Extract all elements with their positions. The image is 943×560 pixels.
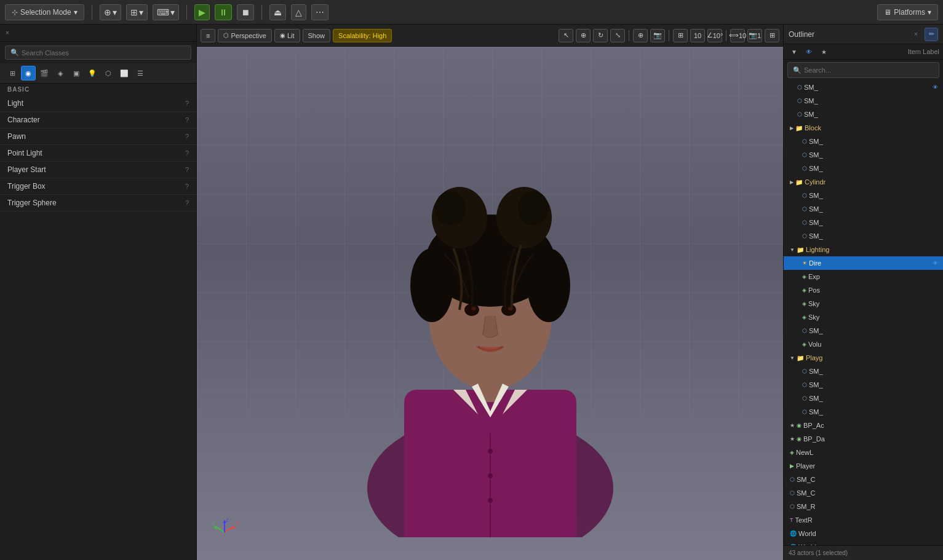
outliner-item-playg[interactable]: ▼ 📁 Playg (784, 351, 943, 365)
outliner-item-volu[interactable]: ◈ Volu (784, 337, 943, 351)
scalability-badge[interactable]: Scalability: High (333, 29, 392, 42)
lights-btn[interactable]: 💡 (85, 66, 100, 81)
list-item-light[interactable]: Light ? (0, 95, 196, 112)
platforms-button[interactable]: 🖥 Platforms ▾ (877, 4, 938, 20)
show-button[interactable]: Show (303, 29, 331, 42)
eject-icon: ⏏ (274, 7, 282, 17)
outliner-item-sm-r[interactable]: ⬡ SM_R (784, 500, 943, 513)
all-classes-btn[interactable]: ⊞ (5, 66, 20, 81)
outliner-search-input[interactable] (804, 66, 934, 74)
actor-icon: ◈ (802, 314, 806, 320)
selection-mode-button[interactable]: ⊹ Selection Mode ▾ (5, 4, 84, 20)
outliner-item-playg-sm2[interactable]: ⬡ SM_ (784, 378, 943, 392)
player-icon: ▶ (790, 463, 794, 469)
list-item-pawn[interactable]: Pawn ? (0, 128, 196, 145)
outliner-edit-button[interactable]: ✏ (925, 28, 938, 41)
outliner-item-world2[interactable]: 🌐 World (784, 540, 943, 545)
world-grid-btn[interactable]: ⊕ (633, 29, 648, 42)
outliner-close-button[interactable]: × (911, 30, 921, 39)
layout-btn[interactable]: ⊞ (765, 29, 779, 42)
angle-btn[interactable]: ∠ 10° (707, 29, 722, 42)
select-mode-btn[interactable]: ↖ (559, 29, 573, 42)
outliner-item-sm-light[interactable]: ⬡ SM_ (784, 324, 943, 337)
outliner-item-playg-sm3[interactable]: ⬡ SM_ (784, 392, 943, 405)
outliner-item-dire[interactable]: ☀ Dire 👁 (784, 256, 943, 270)
eject-button[interactable]: ⏏ (269, 4, 286, 20)
outliner-item-world1[interactable]: 🌐 World (784, 527, 943, 540)
outliner-item-newl[interactable]: ◈ NewL (784, 446, 943, 459)
outliner-item-sm-c1[interactable]: ⬡ SM_C (784, 473, 943, 486)
outliner-item-sm3[interactable]: ⬡ SM_ (784, 108, 943, 121)
outliner-item-exp[interactable]: ◈ Exp (784, 270, 943, 283)
snap-icon: ⊞ (130, 7, 138, 17)
brush-button[interactable]: ⌨ ▾ (153, 4, 179, 20)
outliner-item-sky2[interactable]: ◈ Sky (784, 310, 943, 324)
outliner-item-cylindr[interactable]: ▶ 📁 Cylindr (784, 175, 943, 189)
outliner-item-sm2[interactable]: ⬡ SM_ (784, 94, 943, 108)
outliner-item-textr[interactable]: T TextR (784, 513, 943, 527)
outliner-item-sky1[interactable]: ◈ Sky (784, 297, 943, 310)
mesh-icon: ⬡ (802, 219, 807, 226)
scale-snap-btn[interactable]: ⟺ 10 (730, 29, 745, 42)
outliner-item-playg-sm4[interactable]: ⬡ SM_ (784, 405, 943, 419)
perspective-button[interactable]: ⬡ Perspective (218, 29, 271, 42)
scale-btn[interactable]: ⤡ (610, 29, 625, 42)
list-item-character[interactable]: Character ? (0, 112, 196, 128)
outliner-item-block-sm1[interactable]: ⬡ SM_ (784, 135, 943, 148)
play-button[interactable]: ▶ (194, 4, 210, 20)
actor-classes-btn[interactable]: ◉ (21, 66, 36, 81)
outliner-filter-btn[interactable]: ▼ (787, 45, 801, 58)
viewport-menu-button[interactable]: ≡ (201, 29, 215, 42)
outliner-item-lighting[interactable]: ▼ 📁 Lighting (784, 243, 943, 256)
ellipsis-button[interactable]: ⋯ (311, 4, 328, 20)
cinematic-btn[interactable]: 🎬 (37, 66, 52, 81)
grid-size-btn[interactable]: 10 (690, 29, 705, 42)
search-bar: 🔍 (5, 45, 191, 60)
outliner-eye-btn[interactable]: 👁 (802, 45, 816, 58)
outliner-item-player[interactable]: ▶ Player (784, 459, 943, 473)
shapes-btn[interactable]: ⬡ (101, 66, 116, 81)
list-icon: ☰ (137, 69, 143, 77)
outliner-item-cyl-sm2[interactable]: ⬡ SM_ (784, 202, 943, 216)
list-item-trigger-box[interactable]: Trigger Box ? (0, 178, 196, 195)
camera-speed-btn[interactable]: 📷 1 (747, 29, 762, 42)
visual-btn[interactable]: ◈ (53, 66, 68, 81)
outliner-item-cyl-sm1[interactable]: ⬡ SM_ (784, 189, 943, 202)
list-item-point-light[interactable]: Point Light ? (0, 145, 196, 162)
grid-toggle-btn[interactable]: ⊞ (673, 29, 688, 42)
outliner-close-icon: × (914, 31, 918, 37)
icon-row: ⊞ ◉ 🎬 ◈ ▣ 💡 ⬡ ⬜ ☰ (0, 63, 196, 84)
outliner-item-block-sm3[interactable]: ⬡ SM_ (784, 162, 943, 175)
transform-btn[interactable]: ⊕ (576, 29, 591, 42)
add-actor-button[interactable]: ⊕ ▾ (100, 4, 121, 20)
selection-mode-arrow-icon: ▾ (74, 8, 78, 17)
stop-button[interactable]: ⏹ (237, 4, 254, 20)
outliner-item-cyl-sm3[interactable]: ⬡ SM_ (784, 216, 943, 229)
outliner-item-bp-da[interactable]: ★ ◉ BP_Da (784, 432, 943, 446)
pause-button[interactable]: ⏸ (215, 4, 232, 20)
camera-btn[interactable]: 📷 (650, 29, 665, 42)
svg-point-9 (410, 248, 453, 322)
outliner-item-sm1[interactable]: ⬡ SM_ 👁 (784, 81, 943, 94)
outliner-item-block[interactable]: ▶ 📁 Block (784, 121, 943, 135)
geometry-btn[interactable]: ▣ (69, 66, 84, 81)
outliner-item-pos[interactable]: ◈ Pos (784, 283, 943, 297)
list-item-player-start[interactable]: Player Start ? (0, 162, 196, 178)
outliner-star-btn[interactable]: ★ (817, 45, 830, 58)
search-input[interactable] (22, 49, 186, 57)
outliner-item-playg-sm1[interactable]: ⬡ SM_ (784, 365, 943, 378)
volumes-btn[interactable]: ⬜ (117, 66, 132, 81)
snap-button[interactable]: ⊞ ▾ (126, 4, 148, 20)
outliner-item-bp-ac[interactable]: ★ ◉ BP_Ac (784, 419, 943, 432)
settings-button[interactable]: △ (291, 4, 306, 20)
list-item-trigger-sphere[interactable]: Trigger Sphere ? (0, 195, 196, 211)
lit-button[interactable]: ◉ Lit (274, 29, 300, 42)
outliner-item-cyl-sm4[interactable]: ⬡ SM_ (784, 229, 943, 243)
left-panel-close-button[interactable]: × (2, 28, 12, 38)
rotate-btn[interactable]: ↻ (593, 29, 608, 42)
outliner-item-sm-c2[interactable]: ⬡ SM_C (784, 486, 943, 500)
all-classes-btn2[interactable]: ☰ (133, 66, 148, 81)
viewport[interactable]: ≡ ⬡ Perspective ◉ Lit Show Scalability: … (197, 25, 783, 560)
pawn-help-icon: ? (185, 133, 189, 140)
outliner-item-block-sm2[interactable]: ⬡ SM_ (784, 148, 943, 162)
